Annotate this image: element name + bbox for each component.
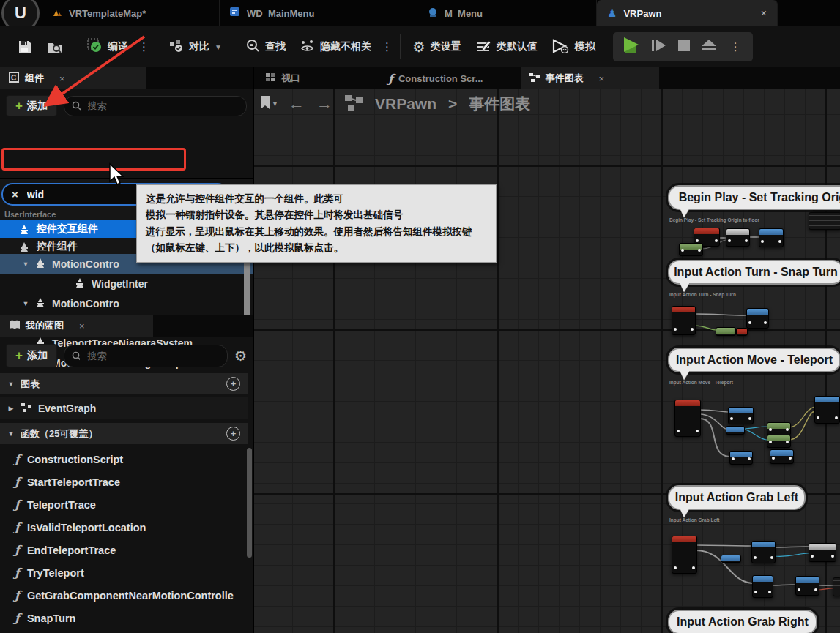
hide-options-icon[interactable]: ⋮: [379, 40, 395, 53]
function-item[interactable]: ƒ GetGrabComponentNearMotionControlle: [0, 584, 248, 607]
hide-unrelated-button[interactable]: 隐藏不相关: [293, 32, 379, 61]
exec-pin[interactable]: [691, 328, 694, 331]
exec-pin[interactable]: [798, 588, 800, 591]
blueprint-node[interactable]: [729, 451, 753, 465]
breadcrumb-root[interactable]: VRPawn: [375, 95, 436, 113]
exec-pin[interactable]: [786, 428, 789, 431]
close-icon[interactable]: ×: [79, 321, 85, 332]
blueprint-node[interactable]: [726, 426, 745, 435]
blueprint-node[interactable]: [679, 243, 703, 256]
exec-pin[interactable]: [811, 555, 814, 558]
function-item[interactable]: ƒ ConstructionScript: [0, 448, 248, 471]
eject-button[interactable]: [701, 39, 717, 55]
component-tree-row[interactable]: WidgetInter: [0, 274, 253, 293]
exec-pin[interactable]: [835, 416, 838, 419]
exec-pin[interactable]: [789, 457, 792, 460]
chevron-down-icon[interactable]: ▼: [22, 300, 29, 307]
exec-pin[interactable]: [745, 239, 748, 242]
compile-button[interactable]: 编译: [80, 32, 135, 61]
exec-pin[interactable]: [754, 556, 757, 559]
function-item[interactable]: ƒ StartTeleportTrace: [0, 471, 248, 493]
add-graph-icon[interactable]: +: [226, 377, 240, 391]
compile-options-icon[interactable]: ⋮: [135, 40, 152, 53]
comment-bubble[interactable]: Input Action Move - Teleport: [668, 348, 840, 372]
exec-pin[interactable]: [748, 321, 751, 324]
exec-pin[interactable]: [768, 591, 771, 593]
exec-pin[interactable]: [698, 249, 701, 252]
function-item[interactable]: ƒ TryTeleport: [0, 561, 248, 584]
functions-section-header[interactable]: ▼ 函数（25可覆盖） +: [0, 423, 248, 444]
exec-pin[interactable]: [730, 417, 733, 420]
tab-construction-script[interactable]: ƒ Construction Scr...: [379, 67, 491, 89]
exec-pin[interactable]: [696, 430, 699, 432]
simulate-button[interactable]: 模拟: [545, 32, 603, 61]
my-blueprint-search[interactable]: [64, 345, 228, 367]
exec-pin[interactable]: [715, 239, 718, 242]
exec-pin[interactable]: [732, 457, 735, 460]
exec-pin[interactable]: [677, 430, 680, 432]
exec-pin[interactable]: [769, 441, 772, 443]
blueprint-node[interactable]: [759, 228, 784, 247]
tab-vrpawn[interactable]: ♟ VRPawn ×: [597, 0, 778, 26]
close-icon[interactable]: ×: [761, 7, 767, 19]
back-arrow-icon[interactable]: ←: [289, 94, 305, 113]
blueprint-node[interactable]: [736, 328, 748, 336]
blueprint-node[interactable]: [752, 575, 773, 598]
tab-viewport[interactable]: 视口: [257, 67, 309, 89]
exec-pin[interactable]: [692, 566, 695, 569]
blueprint-node[interactable]: [809, 543, 836, 562]
blueprint-node[interactable]: [672, 306, 696, 335]
blueprint-node[interactable]: [795, 576, 819, 596]
gear-icon[interactable]: ⚙: [234, 349, 247, 363]
component-tree-row[interactable]: ▼ MotionContro: [0, 293, 253, 313]
blueprint-node[interactable]: [726, 228, 750, 247]
bookmark-icon[interactable]: ▼: [258, 94, 277, 113]
play-options-icon[interactable]: ⋮: [727, 40, 744, 53]
my-blueprint-search-input[interactable]: [86, 350, 220, 362]
blueprint-node[interactable]: [721, 555, 741, 563]
function-item[interactable]: ƒ EndTeleportTrace: [0, 539, 248, 561]
play-button[interactable]: [622, 37, 641, 57]
comment-bubble[interactable]: Input Action Grab Right: [668, 610, 817, 633]
exec-pin[interactable]: [778, 240, 781, 243]
my-blueprint-scrollbar[interactable]: [247, 448, 252, 558]
exec-pin[interactable]: [728, 239, 731, 242]
close-icon[interactable]: ×: [59, 73, 65, 84]
find-button[interactable]: = 查找: [239, 32, 293, 61]
exec-pin[interactable]: [674, 566, 677, 569]
blueprint-node[interactable]: [767, 435, 791, 448]
diff-button[interactable]: 对比 ▼: [162, 32, 229, 61]
exec-pin[interactable]: [748, 457, 751, 460]
tab-event-graph[interactable]: 事件图表 ×: [521, 67, 659, 89]
comment-bubble[interactable]: Input Action Grab Left: [668, 485, 806, 510]
close-icon[interactable]: ×: [598, 73, 604, 84]
exec-pin[interactable]: [674, 328, 677, 331]
tab-m-menu[interactable]: M_Menu: [417, 0, 597, 26]
add-component-button[interactable]: + 添加: [6, 95, 57, 116]
breadcrumb-current[interactable]: 事件图表: [469, 94, 530, 114]
exec-pin[interactable]: [681, 249, 684, 252]
exec-pin[interactable]: [754, 591, 757, 593]
event-graph-canvas[interactable]: Begin Play - Set Tracking OriginBegin Pl…: [253, 89, 840, 633]
exec-pin[interactable]: [817, 416, 819, 419]
function-item[interactable]: ƒ IsValidTeleportLocation: [0, 516, 248, 539]
blueprint-node[interactable]: [728, 407, 754, 424]
save-button[interactable]: [10, 32, 40, 61]
browse-button[interactable]: [40, 32, 70, 61]
chevron-down-icon[interactable]: ▼: [22, 261, 29, 268]
blueprint-node[interactable]: [746, 308, 769, 329]
forward-arrow-icon[interactable]: →: [316, 94, 332, 113]
stop-button[interactable]: [677, 39, 691, 55]
exec-pin[interactable]: [696, 239, 699, 242]
comment-bubble[interactable]: Begin Play - Set Tracking Origin: [668, 185, 840, 210]
blueprint-node[interactable]: [767, 422, 791, 435]
exec-pin[interactable]: [786, 441, 789, 443]
tab-my-blueprint[interactable]: 我的蓝图 ×: [0, 315, 153, 337]
exec-pin[interactable]: [770, 556, 773, 559]
blueprint-node[interactable]: [770, 449, 794, 464]
graphs-section-header[interactable]: ▼ 图表 +: [0, 373, 248, 394]
tab-components[interactable]: C 组件 ×: [0, 67, 146, 89]
event-graph-item[interactable]: ▶ EventGraph: [0, 397, 248, 419]
add-blueprint-item-button[interactable]: + 添加: [6, 344, 57, 367]
exec-pin[interactable]: [772, 457, 775, 460]
